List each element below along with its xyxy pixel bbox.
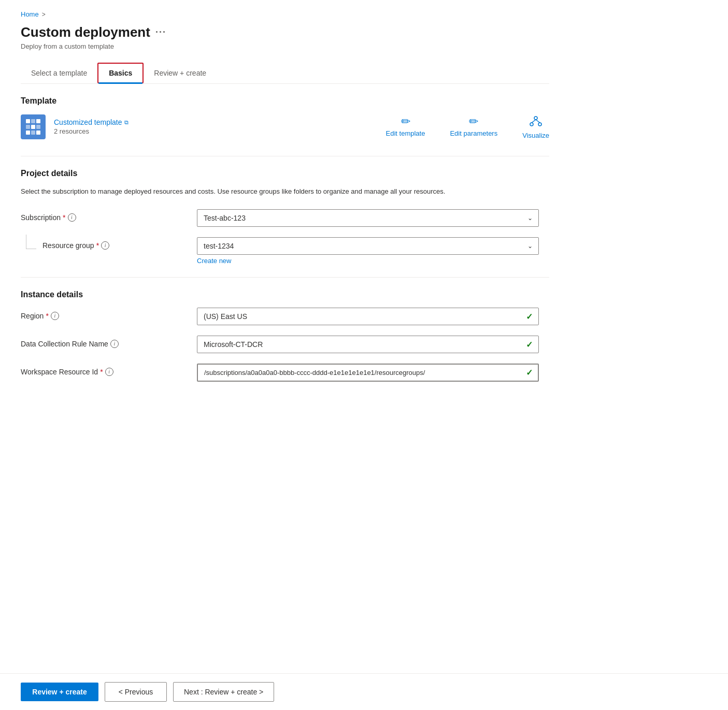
rg-corner-decoration: [26, 235, 36, 249]
workspace-resource-id-input[interactable]: [197, 364, 539, 382]
tabs-container: Select a template Basics Review + create: [21, 63, 549, 84]
workspace-resource-id-info-icon[interactable]: i: [105, 368, 113, 376]
workspace-resource-id-row: Workspace Resource Id * i ✓: [21, 364, 549, 382]
breadcrumb-separator: >: [42, 11, 46, 18]
next-button[interactable]: Next : Review + create >: [173, 682, 274, 702]
visualize-button[interactable]: Visualize: [522, 114, 549, 139]
svg-point-1: [530, 123, 533, 126]
data-collection-rule-select[interactable]: Microsoft-CT-DCR: [197, 336, 539, 353]
region-required: *: [46, 312, 48, 320]
svg-point-2: [538, 123, 541, 126]
workspace-resource-id-control: ✓: [197, 364, 539, 382]
tab-basics[interactable]: Basics: [97, 63, 144, 83]
subscription-select-wrapper: Test-abc-123 ⌄: [197, 209, 539, 227]
resource-group-label-wrap: Resource group * i: [21, 237, 197, 250]
instance-details-section: Instance details Region * i (US) East US…: [21, 290, 549, 382]
subscription-label: Subscription * i: [21, 209, 197, 222]
region-select[interactable]: (US) East US: [197, 308, 539, 325]
resource-group-label: Resource group: [42, 241, 94, 250]
edit-parameters-button[interactable]: ✏ Edit parameters: [450, 116, 497, 137]
data-collection-rule-select-wrapper: Microsoft-CT-DCR ✓: [197, 336, 539, 353]
svg-line-4: [536, 120, 540, 123]
data-collection-rule-label: Data Collection Rule Name i: [21, 336, 197, 348]
svg-point-0: [534, 117, 537, 120]
project-details-section: Project details Select the subscription …: [21, 169, 549, 265]
template-actions: ✏ Edit template ✏ Edit parameters: [386, 114, 549, 139]
template-name-link[interactable]: Customized template ⧉: [54, 118, 129, 126]
page-footer: Review + create < Previous Next : Review…: [0, 673, 728, 710]
workspace-resource-id-input-wrapper: ✓: [197, 364, 539, 382]
svg-line-3: [532, 120, 536, 123]
template-info: Customized template ⧉ 2 resources ✏ Edit…: [21, 114, 549, 139]
subscription-required: *: [63, 213, 65, 222]
workspace-resource-id-required: *: [100, 368, 103, 376]
region-select-wrapper: (US) East US ✓: [197, 308, 539, 325]
create-new-link[interactable]: Create new: [197, 257, 231, 265]
edit-parameters-icon: ✏: [469, 116, 478, 127]
instance-details-title: Instance details: [21, 290, 549, 299]
visualize-icon: [529, 114, 543, 129]
subscription-info-icon[interactable]: i: [68, 213, 76, 222]
previous-button[interactable]: < Previous: [105, 682, 167, 702]
breadcrumb-home[interactable]: Home: [21, 10, 39, 18]
data-collection-rule-control: Microsoft-CT-DCR ✓: [197, 336, 539, 353]
breadcrumb: Home >: [21, 10, 549, 18]
template-section: Template: [21, 96, 549, 139]
data-collection-rule-info-icon[interactable]: i: [110, 340, 119, 348]
project-details-description: Select the subscription to manage deploy…: [21, 186, 549, 197]
template-section-title: Template: [21, 96, 549, 106]
tab-review-create[interactable]: Review + create: [144, 64, 217, 82]
template-resources: 2 resources: [54, 127, 129, 135]
rg-indent: [21, 242, 36, 249]
resource-group-select[interactable]: test-1234: [197, 237, 539, 255]
page-title-container: Custom deployment ···: [21, 24, 549, 40]
resource-group-row: Resource group * i test-1234 ⌄ Create ne…: [21, 237, 549, 265]
page-menu-dots[interactable]: ···: [155, 27, 166, 38]
region-row: Region * i (US) East US ✓: [21, 308, 549, 325]
resource-group-select-wrapper: test-1234 ⌄: [197, 237, 539, 255]
project-details-title: Project details: [21, 169, 549, 178]
page-subtitle: Deploy from a custom template: [21, 42, 549, 50]
workspace-resource-id-label: Workspace Resource Id * i: [21, 364, 197, 376]
tab-select-template[interactable]: Select a template: [21, 64, 97, 82]
resource-group-required: *: [96, 241, 99, 250]
subscription-select[interactable]: Test-abc-123: [197, 209, 539, 227]
external-link-icon: ⧉: [124, 119, 129, 126]
region-control: (US) East US ✓: [197, 308, 539, 325]
review-create-button[interactable]: Review + create: [21, 683, 98, 701]
region-info-icon[interactable]: i: [51, 312, 59, 320]
subscription-row: Subscription * i Test-abc-123 ⌄: [21, 209, 549, 227]
edit-template-icon: ✏: [401, 116, 410, 127]
subscription-control: Test-abc-123 ⌄: [197, 209, 539, 227]
template-text-block: Customized template ⧉ 2 resources: [54, 118, 129, 135]
edit-template-button[interactable]: ✏ Edit template: [386, 116, 425, 137]
template-icon: [21, 114, 46, 139]
resource-group-control: test-1234 ⌄ Create new: [197, 237, 539, 265]
resource-group-info-icon[interactable]: i: [101, 241, 109, 250]
data-collection-rule-row: Data Collection Rule Name i Microsoft-CT…: [21, 336, 549, 353]
region-label: Region * i: [21, 308, 197, 320]
page-title: Custom deployment: [21, 24, 150, 40]
